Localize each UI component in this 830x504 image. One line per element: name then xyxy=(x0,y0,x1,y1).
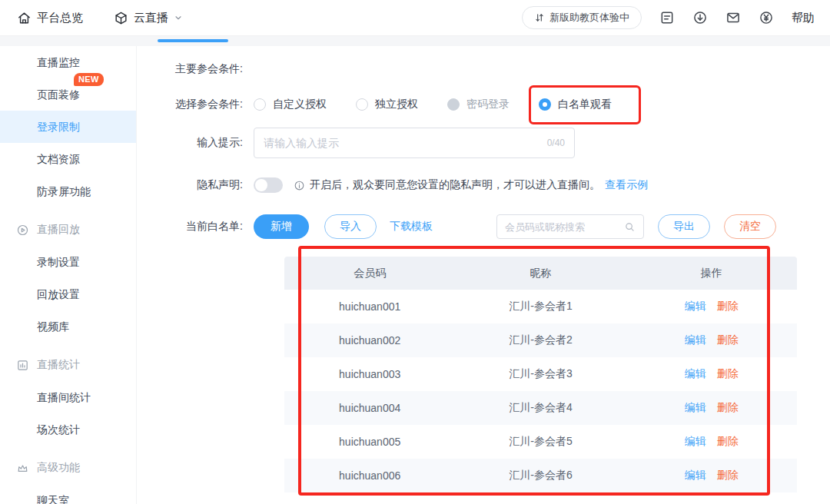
whitelist-search-box xyxy=(496,214,644,239)
nav-platform-overview[interactable]: 平台总览 xyxy=(17,11,83,25)
edit-link[interactable]: 编辑 xyxy=(685,401,706,415)
privacy-label: 隐私声明: xyxy=(168,178,243,192)
new-badge: NEW xyxy=(74,73,104,86)
help-link[interactable]: 帮助 xyxy=(792,11,815,25)
clear-button[interactable]: 清空 xyxy=(724,214,776,239)
select-condition-row: 选择参会条件: 自定义授权 独立授权 密码登录 白名单观看 xyxy=(168,96,830,113)
radio-password-login: 密码登录 xyxy=(447,98,510,111)
list-square-icon[interactable] xyxy=(659,10,675,25)
radio-custom-auth[interactable]: 自定义授权 xyxy=(254,98,327,111)
cell-nickname: 汇川-参会者3 xyxy=(455,357,626,391)
cell-actions: 编辑 删除 xyxy=(626,323,797,357)
sidebar-section-advanced-features: 高级功能 xyxy=(0,452,136,484)
privacy-row: 隐私声明: 开启后，观众要同意您设置的隐私声明，才可以进入直播间。 查看示例 xyxy=(168,177,830,194)
cell-actions: 编辑 删除 xyxy=(626,459,797,492)
sidebar-item-label: 页面装修 xyxy=(37,88,80,101)
current-whitelist-label: 当前白名单: xyxy=(168,220,243,234)
sidebar-item-replay-settings[interactable]: 回放设置 xyxy=(0,278,136,310)
add-button[interactable]: 新增 xyxy=(254,214,309,239)
table-row: huichuan005 汇川-参会者5 编辑 删除 xyxy=(284,425,797,459)
delete-link[interactable]: 删除 xyxy=(717,401,739,415)
new-assistant-page-button[interactable]: 新版助教页体验中 xyxy=(522,6,642,29)
sidebar-section-label: 直播统计 xyxy=(37,358,80,372)
radio-circle-icon[interactable] xyxy=(539,98,551,111)
nav-platform-overview-label: 平台总览 xyxy=(37,11,83,25)
sidebar-item-label: 防录屏功能 xyxy=(37,185,91,197)
primary-condition-label: 主要参会条件: xyxy=(168,62,243,76)
sidebar-item-label: 文档资源 xyxy=(37,153,80,165)
radio-independent-auth[interactable]: 独立授权 xyxy=(356,98,418,111)
view-example-link[interactable]: 查看示例 xyxy=(605,178,648,192)
edit-link[interactable]: 编辑 xyxy=(685,367,706,381)
sidebar-item-anti-screen-record[interactable]: 防录屏功能 xyxy=(0,175,136,207)
cell-member-code: huichuan002 xyxy=(284,323,455,357)
whitelist-search-input[interactable] xyxy=(505,221,624,233)
sidebar-item-label: 聊天室 xyxy=(37,494,69,504)
edit-link[interactable]: 编辑 xyxy=(685,333,706,347)
sidebar-item-session-stats[interactable]: 场次统计 xyxy=(0,413,136,446)
cell-nickname: 汇川-参会者6 xyxy=(455,459,626,492)
table-header-row: 会员码 昵称 操作 xyxy=(284,257,797,290)
sidebar-section-live-stats: 直播统计 xyxy=(0,349,136,381)
delete-link[interactable]: 删除 xyxy=(717,367,739,381)
import-button[interactable]: 导入 xyxy=(324,214,377,239)
cell-nickname: 汇川-参会者2 xyxy=(455,323,626,357)
primary-condition-row: 主要参会条件: xyxy=(168,61,830,77)
input-hint-row: 输入提示: 0/40 xyxy=(168,128,830,158)
delete-link[interactable]: 删除 xyxy=(717,435,739,449)
sidebar-section-label: 高级功能 xyxy=(37,461,80,475)
sidebar-section-live-replay: 直播回放 xyxy=(0,214,136,246)
toggle-knob-icon xyxy=(255,179,267,191)
search-icon[interactable] xyxy=(624,221,636,233)
sidebar-item-record-settings[interactable]: 录制设置 xyxy=(0,246,136,278)
privacy-note: 开启后，观众要同意您设置的隐私声明，才可以进入直播间。 查看示例 xyxy=(294,178,648,192)
sidebar-item-label: 直播监控 xyxy=(37,56,80,68)
cell-member-code: huichuan003 xyxy=(284,357,455,391)
sidebar: 直播监控 页面装修 NEW 登录限制 文档资源 防录屏功能 直播回放 录制设置 … xyxy=(0,46,137,504)
whitelist-toolbar-row: 当前白名单: 新增 导入 下载模板 导出 清空 xyxy=(168,214,830,239)
table-row: huichuan006 汇川-参会者6 编辑 删除 xyxy=(284,459,797,492)
info-circle-icon xyxy=(294,180,305,191)
sort-arrows-icon xyxy=(534,12,545,23)
export-button[interactable]: 导出 xyxy=(658,214,710,239)
input-hint-label: 输入提示: xyxy=(168,136,243,150)
delete-link[interactable]: 删除 xyxy=(717,300,739,313)
select-condition-label: 选择参会条件: xyxy=(168,98,243,111)
sidebar-item-video-library[interactable]: 视频库 xyxy=(0,310,136,343)
cell-actions: 编辑 删除 xyxy=(626,425,797,459)
nav-cloud-live-label: 云直播 xyxy=(134,11,168,25)
whitelist-toolbar: 新增 导入 下载模板 导出 清空 xyxy=(254,214,776,239)
table-row: huichuan001 汇川-参会者1 编辑 删除 xyxy=(284,290,797,323)
edit-link[interactable]: 编辑 xyxy=(685,435,706,449)
download-circle-icon[interactable] xyxy=(692,10,708,25)
replay-circle-icon xyxy=(16,224,29,237)
sidebar-item-label: 场次统计 xyxy=(37,423,80,436)
sidebar-item-login-restriction[interactable]: 登录限制 xyxy=(0,111,136,143)
sidebar-item-document-resources[interactable]: 文档资源 xyxy=(0,143,136,175)
edit-link[interactable]: 编辑 xyxy=(685,469,706,482)
download-template-link[interactable]: 下载模板 xyxy=(390,220,433,234)
radio-circle-icon[interactable] xyxy=(254,98,266,111)
edit-link[interactable]: 编辑 xyxy=(685,300,706,313)
table-row: huichuan002 汇川-参会者2 编辑 删除 xyxy=(284,323,797,357)
radio-label: 密码登录 xyxy=(466,98,510,111)
radio-whitelist-view[interactable]: 白名单观看 xyxy=(539,98,612,111)
sidebar-item-chatroom[interactable]: 聊天室 xyxy=(0,484,136,504)
cell-actions: 编辑 删除 xyxy=(626,290,797,323)
privacy-toggle[interactable] xyxy=(254,177,283,193)
sidebar-item-live-monitor[interactable]: 直播监控 xyxy=(0,46,136,78)
delete-link[interactable]: 删除 xyxy=(717,333,739,347)
input-hint-field[interactable] xyxy=(264,137,541,149)
nav-cloud-live[interactable]: 云直播 xyxy=(114,11,183,25)
bar-chart-icon xyxy=(16,359,29,372)
cube-icon xyxy=(114,11,128,25)
radio-circle-icon[interactable] xyxy=(356,98,368,111)
mail-icon[interactable] xyxy=(725,10,741,25)
sidebar-item-liveroom-stats[interactable]: 直播间统计 xyxy=(0,381,136,413)
privacy-controls: 开启后，观众要同意您设置的隐私声明，才可以进入直播间。 查看示例 xyxy=(254,177,648,193)
radio-label: 独立授权 xyxy=(375,98,418,111)
char-counter: 0/40 xyxy=(547,138,565,148)
yen-circle-icon[interactable] xyxy=(759,10,774,25)
delete-link[interactable]: 删除 xyxy=(717,469,739,482)
sidebar-item-page-decoration[interactable]: 页面装修 NEW xyxy=(0,78,136,111)
